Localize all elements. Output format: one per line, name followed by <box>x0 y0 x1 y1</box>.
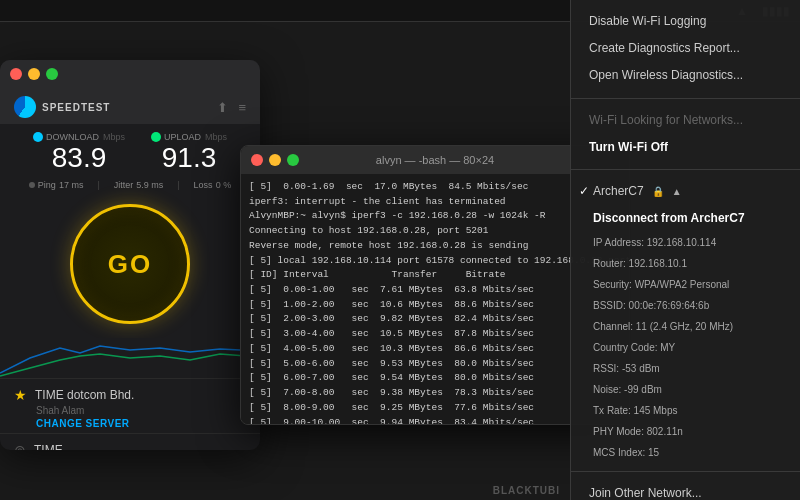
terminal-line: [ ID] Interval Transfer Bitrate <box>249 268 621 283</box>
loss-value: 0 % <box>216 180 232 190</box>
gauge-circle[interactable]: GO <box>70 204 190 324</box>
menu-icon[interactable]: ≡ <box>238 100 246 115</box>
network-info-item: BSSID: 00:0e:76:69:64:6b <box>571 295 800 316</box>
check-icon: ✓ <box>579 182 589 201</box>
graph-area <box>0 338 260 378</box>
terminal-line: [ 5] 3.00-4.00 sec 10.5 MBytes 87.8 Mbit… <box>249 327 621 342</box>
speed-graph <box>0 338 260 378</box>
terminal-line: iperf3: interrupt - the client has termi… <box>249 195 621 210</box>
ping-dot <box>29 182 35 188</box>
ping-value: 17 ms <box>59 180 84 190</box>
wifi-network-name: TIME <box>34 443 63 450</box>
watermark: BLACKTUBI <box>493 485 560 496</box>
maximize-button[interactable] <box>46 68 58 80</box>
download-label: DOWNLOAD Mbps <box>33 132 125 142</box>
loss-stat: Loss 0 % <box>194 180 232 190</box>
network-info-item: Noise: -99 dBm <box>571 379 800 400</box>
gauge-area: GO <box>0 194 260 338</box>
speedtest-app: SPEEDTEST ⬆ ≡ DOWNLOAD Mbps 83.9 UPLOAD … <box>0 60 260 450</box>
network-info-item: Security: WPA/WPA2 Personal <box>571 274 800 295</box>
network-info-item: Router: 192.168.10.1 <box>571 253 800 274</box>
terminal-line: [ 5] 7.00-8.00 sec 9.38 MBytes 78.3 Mbit… <box>249 386 621 401</box>
terminal-line: AlvynMBP:~ alvyn$ iperf3 -c 192.168.0.28… <box>249 209 621 224</box>
terminal-line: [ 5] local 192.168.10.114 port 61578 con… <box>249 254 621 269</box>
terminal-line: [ 5] 4.00-5.00 sec 10.3 MBytes 86.6 Mbit… <box>249 342 621 357</box>
upload-icon <box>151 132 161 142</box>
go-button[interactable]: GO <box>108 249 152 280</box>
jitter-label: Jitter <box>114 180 134 190</box>
isp-row: ★ TIME dotcom Bhd. <box>14 387 246 403</box>
share-icon[interactable]: ⬆ <box>217 100 228 115</box>
isp-name: TIME dotcom Bhd. <box>35 388 134 402</box>
upload-label: UPLOAD Mbps <box>151 132 227 142</box>
terminal-maximize-button[interactable] <box>287 154 299 166</box>
speedtest-header: SPEEDTEST ⬆ ≡ <box>0 88 260 124</box>
connected-network-section: ✓ ArcherC7 🔒 ▲ Disconnect from ArcherC7 … <box>571 170 800 472</box>
wifi-signal-icon: ▲ <box>672 184 682 200</box>
network-info-item: Tx Rate: 145 Mbps <box>571 400 800 421</box>
terminal-line: [ 5] 8.00-9.00 sec 9.25 MBytes 77.6 Mbit… <box>249 401 621 416</box>
disconnect-button[interactable]: Disconnect from ArcherC7 <box>571 205 800 232</box>
wifi-bottom: ⊚ TIME <box>0 433 260 450</box>
connected-network-item[interactable]: ✓ ArcherC7 🔒 ▲ <box>571 178 800 205</box>
turn-wifi-off-button[interactable]: Turn Wi-Fi Off <box>571 134 800 161</box>
speedtest-logo-text: SPEEDTEST <box>42 102 110 113</box>
isp-location: Shah Alam <box>36 405 246 416</box>
isp-star-icon: ★ <box>14 387 27 403</box>
wifi-bottom-icon: ⊚ <box>14 442 26 450</box>
change-server-button[interactable]: CHANGE SERVER <box>36 418 246 429</box>
close-button[interactable] <box>10 68 22 80</box>
disable-wifi-logging[interactable]: Disable Wi-Fi Logging <box>571 8 800 35</box>
speedtest-toolbar: ⬆ ≡ <box>217 100 246 115</box>
terminal-line: [ 5] 0.00-1.00 sec 7.61 MBytes 63.8 Mbit… <box>249 283 621 298</box>
wifi-status-section: Wi-Fi Looking for Networks... Turn Wi-Fi… <box>571 99 800 170</box>
wifi-top-section: Disable Wi-Fi Logging Create Diagnostics… <box>571 0 800 99</box>
speedtest-logo-circle <box>14 96 36 118</box>
create-diagnostics-report[interactable]: Create Diagnostics Report... <box>571 35 800 62</box>
jitter-stat: Jitter 5.9 ms <box>114 180 164 190</box>
terminal-line: Reverse mode, remote host 192.168.0.28 i… <box>249 239 621 254</box>
terminal-line: [ 5] 6.00-7.00 sec 9.54 MBytes 80.0 Mbit… <box>249 371 621 386</box>
wifi-looking-status: Wi-Fi Looking for Networks... <box>571 107 800 134</box>
minimize-button[interactable] <box>28 68 40 80</box>
stats-row: Ping 17 ms | Jitter 5.9 ms | Loss 0 % <box>0 176 260 194</box>
network-info-container: IP Address: 192.168.10.114Router: 192.16… <box>571 232 800 463</box>
terminal-line: [ 5] 5.00-6.00 sec 9.53 MBytes 80.0 Mbit… <box>249 357 621 372</box>
lock-icon: 🔒 <box>652 184 664 200</box>
ping-label: Ping <box>38 180 56 190</box>
network-info-item: RSSI: -53 dBm <box>571 358 800 379</box>
network-info-item: IP Address: 192.168.10.114 <box>571 232 800 253</box>
loss-label: Loss <box>194 180 213 190</box>
wifi-menu: Disable Wi-Fi Logging Create Diagnostics… <box>570 0 800 500</box>
download-block: DOWNLOAD Mbps 83.9 <box>33 132 125 172</box>
isp-section: ★ TIME dotcom Bhd. Shah Alam CHANGE SERV… <box>0 378 260 433</box>
terminal-line: [ 5] 2.00-3.00 sec 9.82 MBytes 82.4 Mbit… <box>249 312 621 327</box>
speeds-row: DOWNLOAD Mbps 83.9 UPLOAD Mbps 91.3 <box>0 124 260 176</box>
network-info-item: Channel: 11 (2.4 GHz, 20 MHz) <box>571 316 800 337</box>
download-icon <box>33 132 43 142</box>
terminal-line: [ 5] 0.00-1.69 sec 17.0 MBytes 84.5 Mbit… <box>249 180 621 195</box>
jitter-value: 5.9 ms <box>136 180 163 190</box>
speedtest-titlebar <box>0 60 260 88</box>
join-other-network[interactable]: Join Other Network... <box>571 480 800 500</box>
wifi-bottom-section: Join Other Network... Create Network... … <box>571 472 800 500</box>
network-info-item: MCS Index: 15 <box>571 442 800 463</box>
connected-network-name: ArcherC7 <box>593 182 644 201</box>
terminal-line: Connecting to host 192.168.0.28, port 52… <box>249 224 621 239</box>
terminal-minimize-button[interactable] <box>269 154 281 166</box>
download-value: 83.9 <box>33 144 125 172</box>
terminal-line: [ 5] 9.00-10.00 sec 9.94 MBytes 83.4 Mbi… <box>249 416 621 425</box>
speedtest-logo: SPEEDTEST <box>14 96 110 118</box>
network-info-item: Country Code: MY <box>571 337 800 358</box>
open-wireless-diagnostics[interactable]: Open Wireless Diagnostics... <box>571 62 800 89</box>
ping-stat: Ping 17 ms <box>29 180 84 190</box>
upload-value: 91.3 <box>151 144 227 172</box>
upload-block: UPLOAD Mbps 91.3 <box>151 132 227 172</box>
terminal-line: [ 5] 1.00-2.00 sec 10.6 MBytes 88.6 Mbit… <box>249 298 621 313</box>
terminal-close-button[interactable] <box>251 154 263 166</box>
terminal-title: alvyn — -bash — 80×24 <box>376 154 494 166</box>
network-info-item: PHY Mode: 802.11n <box>571 421 800 442</box>
